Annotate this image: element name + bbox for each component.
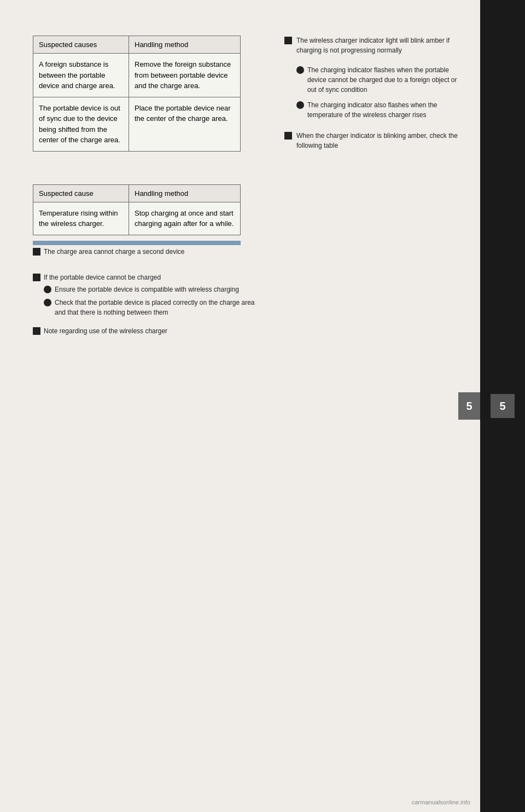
circle-marker-2 xyxy=(44,299,51,306)
section1a-text: Ensure the portable device is compatible… xyxy=(55,285,262,294)
chapter-number-box: 5 xyxy=(458,392,480,420)
table1-header-cause: Suspected causes xyxy=(33,36,129,54)
table1-row1-cause: A foreign substance is between the porta… xyxy=(33,54,129,97)
square-marker-2 xyxy=(33,327,40,335)
section2-text: Note regarding use of the wireless charg… xyxy=(44,326,262,336)
table-row: A foreign substance is between the porta… xyxy=(33,54,241,97)
table1-row2-cause: The portable device is out of sync due t… xyxy=(33,97,129,151)
right-section1-text: The wireless charger indicator light wil… xyxy=(296,36,464,55)
square-marker xyxy=(33,248,40,256)
right-sidebar: 5 xyxy=(480,0,525,812)
right-column: The wireless charger indicator light wil… xyxy=(279,36,464,160)
table2-header-handling: Handling method xyxy=(129,184,241,202)
right-circle-marker-2 xyxy=(296,101,304,109)
table2-header-cause: Suspected cause xyxy=(33,184,129,202)
table1-row2-handling: Place the portable device near the cente… xyxy=(129,97,241,151)
table1-row1-handling: Remove the foreign substance from betwee… xyxy=(129,54,241,97)
left-column: Suspected causes Handling method A forei… xyxy=(33,36,262,338)
right-section1b-text: The charging indicator also flashes when… xyxy=(307,100,464,120)
main-content: Suspected causes Handling method A forei… xyxy=(0,0,480,812)
bottom-left-sections: If the portable device cannot be charged… xyxy=(33,272,262,336)
right-square-marker-2 xyxy=(284,132,292,140)
table1-header-handling: Handling method xyxy=(129,36,241,54)
table2-row1-cause: Temperature rising within the wireless c… xyxy=(33,202,129,235)
table-1: Suspected causes Handling method A forei… xyxy=(33,36,241,152)
section1-text: If the portable device cannot be charged xyxy=(44,272,262,282)
table-row: The portable device is out of sync due t… xyxy=(33,97,241,151)
watermark: carmanualsonline.info xyxy=(412,799,470,805)
right-circle-marker-1 xyxy=(296,66,304,74)
sidebar-chapter-number: 5 xyxy=(491,394,515,418)
right-section1a-text: The charging indicator flashes when the … xyxy=(307,65,464,95)
section1b-text: Check that the portable device is placed… xyxy=(55,298,262,317)
table2-row1-handling: Stop charging at once and start charging… xyxy=(129,202,241,235)
table-2: Suspected cause Handling method Temperat… xyxy=(33,184,241,235)
right-square-marker-1 xyxy=(284,37,292,44)
bottom-note-text: The charge area cannot charge a second d… xyxy=(44,247,185,257)
table-row: Temperature rising within the wireless c… xyxy=(33,202,241,235)
circle-marker-1 xyxy=(44,286,51,293)
highlight-bar xyxy=(33,241,241,245)
chapter-number: 5 xyxy=(466,400,472,413)
right-section2-text: When the charger indicator is blinking a… xyxy=(296,131,464,150)
square-marker-1 xyxy=(33,274,40,281)
